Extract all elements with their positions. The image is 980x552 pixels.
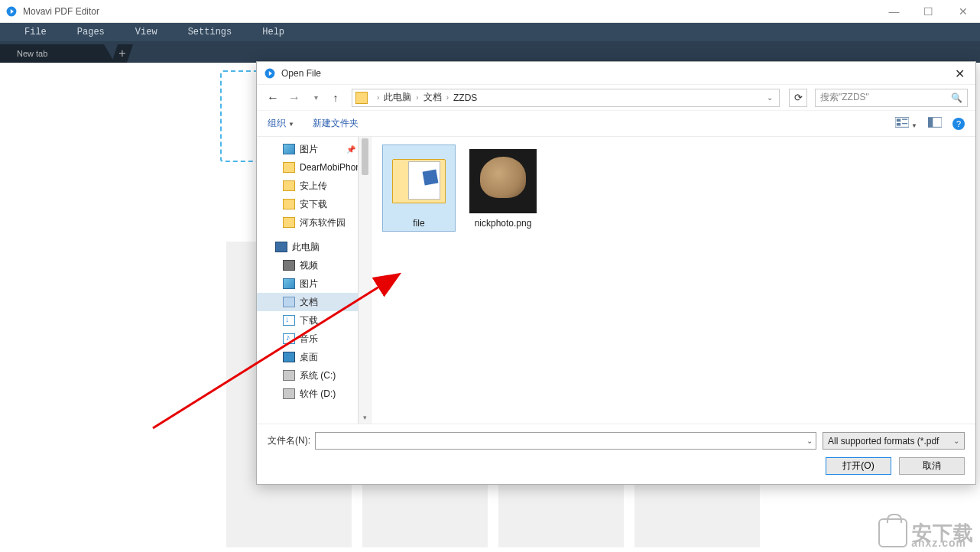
chevron-down-icon: ▼	[911, 122, 917, 129]
folder-icon	[283, 217, 295, 228]
desktop-icon	[283, 352, 295, 362]
dialog-titlebar: Open File ✕	[257, 62, 975, 85]
menu-view[interactable]: View	[120, 27, 173, 37]
menu-settings[interactable]: Settings	[173, 27, 248, 37]
nav-tree[interactable]: ▾ 图片📌 DearMobiPhon 安上传 安下载 河东软件园 此电脑 视频 …	[257, 137, 372, 424]
tree-scroll-down-icon[interactable]: ▾	[359, 411, 371, 424]
chevron-down-icon[interactable]: ⌄	[806, 437, 813, 445]
tree-scrollbar-thumb[interactable]	[362, 138, 368, 175]
minimize-button[interactable]: —	[877, 0, 911, 23]
file-name: file	[385, 218, 453, 229]
breadcrumb[interactable]: › 此电脑 › 文档 › ZZDS ⌄	[352, 89, 780, 107]
file-item-image[interactable]: nickphoto.png	[466, 144, 540, 232]
tab-label: New tab	[17, 49, 47, 58]
dialog-body: ▾ 图片📌 DearMobiPhon 安上传 安下载 河东软件园 此电脑 视频 …	[257, 137, 975, 424]
tab-new[interactable]: New tab	[0, 44, 115, 63]
close-app-button[interactable]: ✕	[946, 0, 980, 23]
pc-icon	[275, 242, 287, 252]
file-list[interactable]: file nickphoto.png	[372, 137, 975, 424]
breadcrumb-mid[interactable]: 文档	[423, 91, 442, 104]
nav-back-button[interactable]: ←	[264, 91, 281, 105]
file-type-filter[interactable]: All supported formats (*.pdf⌄	[823, 432, 965, 450]
add-tab-button[interactable]: +	[112, 44, 133, 63]
bag-icon	[878, 518, 907, 547]
open-button[interactable]: 打开(O)	[826, 457, 891, 475]
watermark: 安下载 anxz.com	[878, 518, 974, 547]
dialog-title: Open File	[281, 68, 321, 79]
tree-this-pc[interactable]: 此电脑	[257, 238, 371, 256]
refresh-button[interactable]: ⟳	[789, 89, 807, 107]
tree-andownload[interactable]: 安下载	[257, 195, 371, 213]
folder-icon	[355, 92, 368, 104]
app-logo-icon	[6, 6, 17, 17]
cancel-button[interactable]: 取消	[899, 457, 965, 475]
svg-rect-8	[928, 118, 933, 128]
search-placeholder: 搜索"ZZDS"	[820, 91, 869, 104]
nav-forward-button[interactable]: →	[286, 91, 303, 105]
dialog-footer: 文件名(N): ⌄ All supported formats (*.pdf⌄ …	[257, 424, 975, 484]
menu-pages[interactable]: Pages	[62, 27, 120, 37]
image-thumbnail	[469, 149, 537, 213]
organize-menu[interactable]: 组织▼	[268, 117, 294, 130]
filename-input[interactable]: ⌄	[315, 432, 816, 450]
tree-downloads[interactable]: 下载	[257, 311, 371, 330]
svg-rect-3	[897, 119, 900, 122]
file-item-folder[interactable]: file	[382, 144, 456, 232]
tree-anupload[interactable]: 安上传	[257, 177, 371, 195]
maximize-button[interactable]: ☐	[911, 0, 946, 23]
downloads-icon	[283, 315, 295, 326]
nav-up-button[interactable]: ↑	[329, 92, 342, 104]
pin-icon: 📌	[346, 145, 355, 154]
breadcrumb-leaf[interactable]: ZZDS	[453, 93, 477, 103]
app-titlebar: Movavi PDF Editor — ☐ ✕	[0, 0, 980, 23]
chevron-right-icon: ›	[446, 93, 449, 102]
svg-rect-4	[897, 123, 900, 126]
folder-large-icon	[392, 159, 446, 203]
pictures-icon	[283, 144, 295, 154]
dialog-close-button[interactable]: ✕	[948, 65, 971, 82]
tree-video[interactable]: 视频	[257, 256, 371, 274]
help-button[interactable]: ?	[952, 118, 965, 130]
tree-documents[interactable]: 文档	[257, 293, 371, 311]
drive-icon	[283, 370, 295, 381]
menu-help[interactable]: Help	[247, 27, 300, 37]
breadcrumb-root[interactable]: 此电脑	[384, 91, 411, 104]
dialog-nav: ← → ▾ ↑ › 此电脑 › 文档 › ZZDS ⌄ ⟳ 搜索"ZZDS" 🔍	[257, 85, 975, 111]
documents-icon	[283, 297, 295, 307]
tree-music[interactable]: 音乐	[257, 330, 371, 348]
music-icon	[283, 333, 295, 344]
tree-pictures[interactable]: 图片📌	[257, 140, 371, 158]
menubar: File Pages View Settings Help	[0, 23, 980, 41]
open-file-dialog: Open File ✕ ← → ▾ ↑ › 此电脑 › 文档 › ZZDS ⌄ …	[256, 61, 976, 485]
filename-label: 文件名(N):	[268, 434, 310, 447]
new-folder-button[interactable]: 新建文件夹	[313, 117, 359, 130]
chevron-right-icon: ›	[416, 93, 418, 102]
dialog-toolbar: 组织▼ 新建文件夹 ▼ ?	[257, 111, 975, 137]
pictures-icon	[283, 278, 295, 289]
search-input[interactable]: 搜索"ZZDS" 🔍	[815, 89, 968, 107]
menu-file[interactable]: File	[9, 27, 62, 37]
tree-drive-d[interactable]: 软件 (D:)	[257, 385, 371, 403]
tree-hedong[interactable]: 河东软件园	[257, 213, 371, 232]
svg-rect-6	[902, 123, 907, 124]
nav-history-dropdown[interactable]: ▾	[307, 93, 324, 102]
chevron-down-icon: ⌄	[953, 437, 959, 445]
video-icon	[283, 260, 295, 271]
breadcrumb-dropdown-icon[interactable]: ⌄	[764, 93, 776, 102]
tree-dearmobi[interactable]: DearMobiPhon	[257, 158, 371, 177]
folder-icon	[283, 162, 295, 173]
preview-pane-button[interactable]	[928, 117, 942, 130]
tree-pictures2[interactable]: 图片	[257, 274, 371, 293]
app-title: Movavi PDF Editor	[23, 6, 99, 17]
folder-icon	[283, 180, 295, 191]
drive-icon	[283, 388, 295, 399]
search-icon: 🔍	[951, 93, 962, 103]
chevron-right-icon: ›	[377, 93, 379, 102]
tree-desktop[interactable]: 桌面	[257, 348, 371, 366]
folder-icon	[283, 199, 295, 209]
watermark-url: anxz.com	[911, 537, 966, 549]
view-mode-button[interactable]: ▼	[895, 117, 917, 130]
svg-rect-5	[902, 119, 907, 120]
tree-drive-c[interactable]: 系统 (C:)	[257, 366, 371, 385]
chevron-down-icon: ▼	[288, 121, 294, 128]
